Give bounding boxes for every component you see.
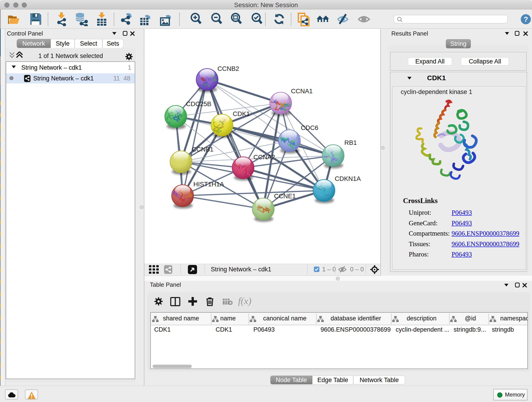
svg-text:?: ? <box>524 15 528 23</box>
svg-text:CCNB2: CCNB2 <box>217 65 239 72</box>
svg-text:HIST1H1A: HIST1H1A <box>193 181 224 188</box>
svg-text:CCNA1: CCNA1 <box>291 88 313 95</box>
svg-text:CCNB1: CCNB1 <box>192 146 214 153</box>
svg-text:CDC6: CDC6 <box>301 124 318 131</box>
svg-text:CDKN1A: CDKN1A <box>335 175 361 182</box>
svg-text:CDK1: CDK1 <box>233 110 250 117</box>
svg-text:CCNE1: CCNE1 <box>274 192 296 200</box>
svg-text:CDC25B: CDC25B <box>186 100 211 108</box>
svg-text:CCNA2: CCNA2 <box>253 153 275 161</box>
svg-text:RB1: RB1 <box>344 139 357 146</box>
